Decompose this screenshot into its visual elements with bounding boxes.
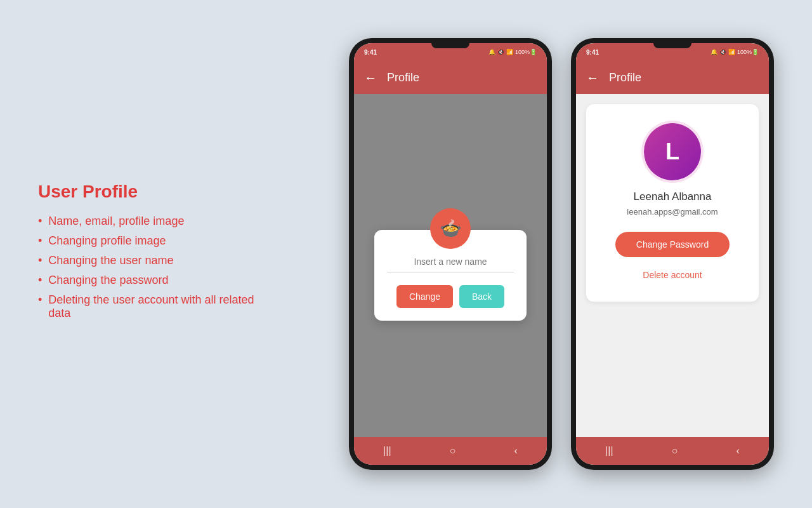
phone1-wifi-icon: 📶 [506, 49, 513, 55]
list-item-3: Changing the user name [38, 254, 279, 267]
dialog-icon: 🍲 [430, 208, 471, 249]
pot-icon: 🍲 [440, 218, 462, 239]
list-item-5: Deleting the user account with all relat… [38, 293, 279, 320]
description-title: User Profile [38, 182, 279, 202]
dialog-buttons: Change Back [387, 285, 514, 308]
phones-container: 9:41 🔔 🔇 📶 100%🔋 ← Profile [349, 38, 774, 470]
page-container: User Profile Name, email, profile image … [0, 0, 812, 508]
phone2-app-bar: ← Profile [576, 61, 769, 94]
description-list: Name, email, profile image Changing prof… [38, 215, 279, 320]
profile-name: Leenah Albanna [634, 190, 712, 203]
profile-card: L Leenah Albanna leenah.apps@gmail.com C… [586, 104, 759, 302]
phone2-content: L Leenah Albanna leenah.apps@gmail.com C… [576, 94, 769, 437]
phone1-battery-icon: 100%🔋 [515, 49, 537, 55]
phone2-back-arrow[interactable]: ← [586, 70, 599, 85]
phone1-status-icons: 🔔 🔇 📶 100%🔋 [488, 49, 537, 55]
change-button[interactable]: Change [396, 285, 453, 308]
profile-email: leenah.apps@gmail.com [627, 207, 717, 217]
phone1-nav-bar: ||| ○ ‹ [354, 437, 547, 465]
phone1-back-arrow[interactable]: ← [364, 70, 377, 85]
phone1-app-bar: ← Profile [354, 61, 547, 94]
phone2-mute-icon: 🔇 [719, 49, 726, 55]
phone1-notification-icon: 🔔 [488, 49, 495, 55]
phone2-nav-home-icon[interactable]: ○ [672, 445, 678, 457]
phone2-status-time: 9:41 [586, 49, 599, 56]
list-item-2: Changing profile image [38, 234, 279, 248]
phone2-nav-menu-icon[interactable]: ||| [605, 445, 613, 457]
dialog-card: 🍲 Change Back [374, 230, 527, 321]
phone1-nav-home-icon[interactable]: ○ [450, 445, 456, 457]
list-item-1: Name, email, profile image [38, 215, 279, 228]
phone1-content: 🍲 Change Back [354, 94, 547, 437]
delete-account-button[interactable]: Delete account [640, 267, 704, 283]
phone1-inner: 9:41 🔔 🔇 📶 100%🔋 ← Profile [354, 43, 547, 465]
description-panel: User Profile Name, email, profile image … [38, 182, 279, 326]
phone2-nav-bar: ||| ○ ‹ [576, 437, 769, 465]
change-password-button[interactable]: Change Password [615, 232, 730, 257]
phone1-app-title: Profile [387, 71, 419, 84]
phone2-wifi-icon: 📶 [728, 49, 735, 55]
phone2-status-icons: 🔔 🔇 📶 100%🔋 [710, 49, 759, 55]
phone2-frame: 9:41 🔔 🔇 📶 100%🔋 ← Profile [571, 38, 774, 470]
phone2-inner: 9:41 🔔 🔇 📶 100%🔋 ← Profile [576, 43, 769, 465]
phone1-nav-back-icon[interactable]: ‹ [514, 445, 518, 457]
phone1-notch [431, 43, 469, 48]
phone1-frame: 9:41 🔔 🔇 📶 100%🔋 ← Profile [349, 38, 552, 470]
phone2-nav-back-icon[interactable]: ‹ [737, 445, 740, 457]
back-button[interactable]: Back [459, 285, 504, 308]
phone1-nav-menu-icon[interactable]: ||| [383, 445, 391, 457]
avatar-letter: L [665, 138, 679, 165]
phone1-status-time: 9:41 [364, 49, 377, 56]
avatar-badge: L [644, 123, 701, 180]
profile-avatar[interactable]: L [644, 123, 701, 180]
phone1-mute-icon: 🔇 [497, 49, 504, 55]
phone2-app-title: Profile [609, 71, 641, 84]
phone2-battery-icon: 100%🔋 [737, 49, 759, 55]
phone2-notch [653, 43, 691, 48]
list-item-4: Changing the password [38, 274, 279, 287]
phone2-notification-icon: 🔔 [710, 49, 717, 55]
new-name-input[interactable] [387, 251, 514, 272]
